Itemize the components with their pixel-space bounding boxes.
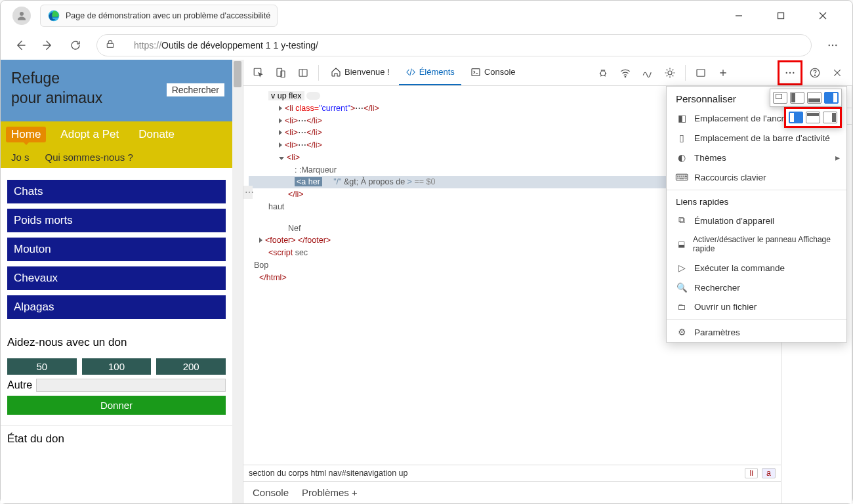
dom-breadcrumb[interactable]: section du corps html nav#sitenavigation…	[243, 465, 781, 481]
dock-bottom[interactable]	[807, 92, 822, 104]
menu-shortcuts[interactable]: ⌨Raccourcis clavier	[667, 167, 846, 187]
menu-search[interactable]: 🔍Rechercher	[667, 278, 846, 297]
svg-point-18	[668, 71, 672, 75]
cat-item[interactable]: Mouton	[7, 238, 226, 261]
category-list: Chats Poids morts Mouton Chevaux Alpagas	[1, 168, 232, 331]
activity-bar-popup	[784, 107, 842, 128]
svg-point-9	[835, 45, 837, 46]
nav-donate[interactable]: Donate	[133, 127, 180, 142]
menu-run-command[interactable]: ▷Exécuter la commande	[667, 258, 846, 278]
help-icon[interactable]	[805, 63, 825, 83]
chevron-right-icon: ▸	[835, 152, 840, 163]
menu-activity-bar[interactable]: ▯Emplacement de la barre d'activité	[667, 128, 846, 148]
more-icon	[780, 63, 800, 83]
url-scheme: https://	[134, 40, 161, 51]
cat-item[interactable]: Poids morts	[7, 209, 226, 232]
menu-settings[interactable]: ⚙Paramètres	[667, 322, 846, 342]
minimize-button[interactable]	[728, 5, 750, 27]
profile-avatar[interactable]	[12, 7, 31, 25]
dock-location-popup	[770, 89, 842, 107]
search-icon: 🔍	[676, 282, 688, 293]
dock-right[interactable]	[824, 92, 839, 104]
dock-undock[interactable]	[773, 92, 787, 104]
svg-point-21	[789, 72, 791, 73]
svg-rect-15	[472, 68, 480, 75]
activity-top[interactable]	[806, 112, 820, 123]
panel-icon[interactable]	[691, 63, 711, 83]
devtools-panel: ⋯ Bienvenue ! Éléments Console	[243, 60, 852, 503]
resize-handle[interactable]: ⋯	[243, 186, 253, 199]
keyboard-icon: ⌨	[676, 172, 688, 182]
donation-section: Aidez-nous avec un don 50 100 200 Autre …	[1, 331, 232, 420]
inspect-icon[interactable]	[249, 63, 268, 83]
drawer-icon: ⬓	[676, 240, 686, 249]
titlebar: Page de démonstration avec un problème d…	[1, 1, 852, 31]
tab-welcome[interactable]: Bienvenue !	[324, 60, 396, 85]
forward-button[interactable]	[36, 33, 60, 57]
nav-adopt[interactable]: Adopt a Pet	[55, 127, 124, 142]
dock-left[interactable]	[790, 92, 804, 104]
url-path: Outils de développement 1 1 y-testing/	[161, 40, 318, 51]
svg-point-17	[625, 76, 626, 77]
play-icon: ▷	[676, 262, 688, 273]
add-tab-icon[interactable]	[713, 63, 733, 83]
donation-amount[interactable]: 100	[82, 358, 152, 375]
lock-icon	[105, 39, 115, 52]
close-button[interactable]	[812, 5, 834, 27]
memory-icon[interactable]	[660, 63, 680, 83]
activity-left[interactable]	[789, 112, 803, 123]
page-scrollbar[interactable]	[232, 60, 243, 503]
address-bar[interactable]: https://Outils de développement 1 1 y-te…	[96, 34, 812, 56]
menu-quicklinks-header: Liens rapides	[667, 193, 846, 211]
browser-tab[interactable]: Page de démonstration avec un problème d…	[40, 5, 278, 27]
other-input[interactable]	[36, 379, 226, 392]
refresh-button[interactable]	[64, 33, 87, 57]
svg-point-24	[814, 75, 815, 75]
folder-icon: 🗀	[676, 302, 688, 312]
drawer-console[interactable]: Console	[253, 487, 289, 498]
bug-icon[interactable]	[593, 63, 613, 83]
nav-toolbar: https://Outils de développement 1 1 y-te…	[1, 31, 852, 60]
subnav-item[interactable]: Jo s	[11, 152, 30, 163]
nav-home[interactable]: Home	[6, 127, 46, 142]
menu-themes[interactable]: ◐Thèmes▸	[667, 148, 846, 167]
donation-amount[interactable]: 50	[7, 358, 77, 375]
window-controls	[728, 5, 850, 27]
performance-icon[interactable]	[638, 63, 657, 83]
cat-item[interactable]: Alpagas	[7, 295, 226, 319]
menu-device-emulation[interactable]: ⧉Émulation d'appareil	[667, 211, 846, 230]
maximize-button[interactable]	[770, 5, 792, 27]
drawer-problems[interactable]: Problèmes +	[302, 487, 358, 498]
site-title-line1: Refuge	[11, 70, 60, 87]
back-button[interactable]	[9, 33, 32, 57]
tab-elements[interactable]: Éléments	[399, 60, 461, 85]
donation-amount[interactable]: 200	[156, 358, 226, 375]
dock-icon[interactable]	[293, 63, 313, 83]
close-devtools-icon[interactable]	[827, 63, 847, 83]
dock-glyph-icon: ◧	[676, 113, 688, 123]
donation-status: État du don	[1, 425, 232, 452]
subnav-item[interactable]: Qui sommes-nous ?	[45, 152, 133, 163]
svg-rect-13	[299, 69, 307, 76]
svg-point-20	[786, 72, 787, 73]
donate-button[interactable]: Donner	[7, 396, 226, 415]
cat-item[interactable]: Chats	[7, 180, 226, 203]
menu-open-file[interactable]: 🗀Ouvrir un fichier	[667, 297, 846, 316]
device-emulation-icon[interactable]	[271, 63, 291, 83]
other-label: Autre	[7, 379, 32, 391]
donation-title: Aidez-nous avec un don	[7, 336, 226, 349]
activity-right[interactable]	[823, 112, 837, 123]
search-label[interactable]: Rechercher	[167, 83, 224, 96]
content-body: Refugepour animaux Rechercher Home Adopt…	[1, 60, 852, 503]
menu-toggle-drawer[interactable]: ⬓Activer/désactiver le panneau Affichage…	[667, 230, 846, 258]
devtools-toolbar: Bienvenue ! Éléments Console	[243, 60, 852, 86]
svg-rect-3	[778, 13, 784, 19]
tab-console[interactable]: Console	[464, 60, 522, 85]
wifi-icon[interactable]	[615, 63, 635, 83]
svg-point-22	[793, 72, 794, 73]
more-button-highlighted[interactable]	[778, 60, 802, 85]
cat-item[interactable]: Chevaux	[7, 266, 226, 290]
svg-point-0	[20, 12, 24, 16]
browser-menu-button[interactable]	[821, 33, 844, 57]
theme-icon: ◐	[676, 152, 688, 163]
